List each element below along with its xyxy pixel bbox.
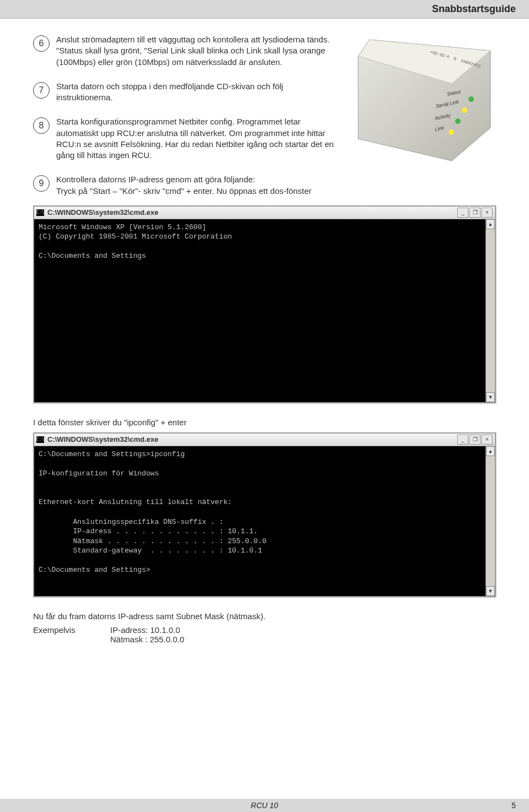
footer-page-number: 5 xyxy=(511,801,516,810)
header-title: Snabbstartsguide xyxy=(432,3,516,14)
cmd-titlebar: C:\ C:\WINDOWS\system32\cmd.exe _ ❐ × xyxy=(34,434,495,446)
cmd-icon: C:\ xyxy=(36,436,44,443)
example-label: Exempelvis xyxy=(33,625,110,635)
cmd-icon: C:\ xyxy=(36,209,44,216)
step-text-sub: Tryck på "Start – "Kör"- skriv "cmd" + e… xyxy=(56,186,311,196)
maximize-button[interactable]: ❐ xyxy=(469,435,481,445)
step-number: 8 xyxy=(33,117,50,134)
step-text: Kontrollera datorns IP-adress genom att … xyxy=(56,174,311,197)
step-text: Starta datorn och stoppa i den medföljan… xyxy=(56,81,339,104)
maximize-button[interactable]: ❐ xyxy=(469,208,481,218)
cmd-titlebar: C:\ C:\WINDOWS\system32\cmd.exe _ ❐ × xyxy=(34,207,495,219)
page-header: Snabbstartsguide xyxy=(0,0,529,19)
step-number: 7 xyxy=(33,82,50,99)
page-footer: RCU 10 5 xyxy=(0,799,529,812)
step-text: Anslut strömadaptern till ett vägguttag … xyxy=(56,34,339,68)
example-block: Exempelvis IP-adress: 10.1.0.0 Nätmask :… xyxy=(33,625,496,644)
scroll-down-icon[interactable]: ▼ xyxy=(486,586,495,596)
step-6: 6 Anslut strömadaptern till ett väggutta… xyxy=(33,34,339,68)
example-mask: Nätmask : 255.0.0.0 xyxy=(110,635,184,644)
step-7: 7 Starta datorn och stoppa i den medfölj… xyxy=(33,81,339,104)
svg-point-2 xyxy=(468,96,474,102)
minimize-button[interactable]: _ xyxy=(457,435,468,445)
result-caption: Nu får du fram datorns IP-adress samt Su… xyxy=(33,611,298,621)
ipconfig-caption: I detta fönster skriver du "ipconfig" + … xyxy=(33,418,496,427)
close-button[interactable]: × xyxy=(482,435,493,445)
cmd-output: C:\Documents and Settings>ipconfig IP-ko… xyxy=(34,446,485,596)
svg-point-4 xyxy=(455,118,461,124)
cmd-output: Microsoft Windows XP [Version 5.1.2600] … xyxy=(34,219,485,402)
scroll-up-icon[interactable]: ▲ xyxy=(486,219,495,229)
svg-point-5 xyxy=(449,129,454,135)
step-9: 9 Kontrollera datorns IP-adress genom at… xyxy=(33,174,339,197)
step-text: Starta konfigurationsprogrammet Netbiter… xyxy=(56,116,339,161)
cmd-window-2: C:\ C:\WINDOWS\system32\cmd.exe _ ❐ × C:… xyxy=(33,432,496,597)
svg-point-3 xyxy=(462,107,467,113)
footer-doc: RCU 10 xyxy=(251,801,278,810)
scrollbar[interactable]: ▲ ▼ xyxy=(485,446,495,596)
scrollbar[interactable]: ▲ ▼ xyxy=(485,219,495,402)
step-text-main: Kontrollera datorns IP-adress genom att … xyxy=(56,175,255,184)
example-ip: IP-adress: 10.1.0.0 xyxy=(110,625,180,635)
step-number: 6 xyxy=(33,35,50,52)
step-8: 8 Starta konfigurationsprogrammet Netbit… xyxy=(33,116,339,161)
cmd-title: C:\WINDOWS\system32\cmd.exe xyxy=(47,435,457,443)
step-number: 9 xyxy=(33,175,50,192)
cmd-window-1: C:\ C:\WINDOWS\system32\cmd.exe _ ❐ × Mi… xyxy=(33,205,496,403)
close-button[interactable]: × xyxy=(482,208,493,218)
scroll-down-icon[interactable]: ▼ xyxy=(486,392,495,402)
cmd-title: C:\WINDOWS\system32\cmd.exe xyxy=(47,208,457,216)
scroll-up-icon[interactable]: ▲ xyxy=(486,446,495,456)
device-illustration: Status Serial Link Activity Link +SD -SD… xyxy=(353,34,496,166)
minimize-button[interactable]: _ xyxy=(457,208,468,218)
